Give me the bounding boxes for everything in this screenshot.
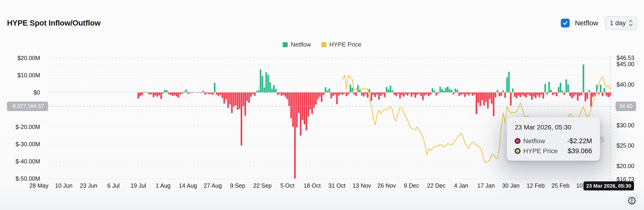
netflow-bar[interactable] — [313, 92, 315, 108]
netflow-bar[interactable] — [145, 92, 147, 92]
netflow-bar[interactable] — [554, 92, 556, 94]
netflow-bar[interactable] — [269, 82, 271, 92]
netflow-price-chart[interactable] — [0, 0, 644, 210]
netflow-bar[interactable] — [195, 92, 196, 92]
netflow-bar[interactable] — [354, 92, 355, 95]
netflow-bar[interactable] — [420, 92, 422, 96]
netflow-bar[interactable] — [430, 92, 432, 95]
netflow-bar[interactable] — [384, 92, 386, 97]
netflow-bar[interactable] — [416, 92, 418, 95]
netflow-bar[interactable] — [170, 92, 172, 95]
netflow-bar[interactable] — [573, 92, 575, 97]
netflow-bar[interactable] — [348, 92, 349, 94]
netflow-bar[interactable] — [258, 90, 260, 92]
netflow-bar[interactable] — [458, 92, 460, 96]
netflow-bar[interactable] — [325, 87, 326, 92]
netflow-bar[interactable] — [202, 91, 204, 92]
netflow-bar[interactable] — [567, 84, 569, 92]
netflow-bar[interactable] — [344, 92, 346, 93]
netflow-bar[interactable] — [440, 87, 441, 92]
netflow-bar[interactable] — [224, 92, 225, 104]
netflow-bar[interactable] — [308, 92, 309, 117]
netflow-bar[interactable] — [397, 92, 399, 94]
netflow-bar[interactable] — [500, 92, 502, 96]
netflow-bar[interactable] — [321, 92, 322, 102]
netflow-bar[interactable] — [323, 92, 324, 95]
netflow-bar[interactable] — [363, 92, 365, 97]
netflow-bar[interactable] — [218, 92, 219, 96]
netflow-bar[interactable] — [527, 92, 529, 95]
netflow-bar[interactable] — [403, 92, 405, 97]
netflow-bar[interactable] — [338, 92, 340, 95]
netflow-bar[interactable] — [237, 92, 238, 110]
netflow-bar[interactable] — [539, 92, 540, 97]
netflow-bar[interactable] — [368, 89, 370, 92]
netflow-bar[interactable] — [497, 90, 498, 92]
netflow-bar[interactable] — [512, 88, 514, 92]
netflow-bar[interactable] — [481, 92, 483, 100]
netflow-bar[interactable] — [523, 92, 525, 96]
netflow-bar[interactable] — [183, 91, 185, 92]
netflow-bar[interactable] — [558, 87, 560, 92]
netflow-bar[interactable] — [166, 90, 168, 92]
netflow-bar[interactable] — [334, 92, 336, 95]
netflow-bar[interactable] — [396, 92, 397, 96]
netflow-bar[interactable] — [550, 90, 552, 92]
netflow-bar[interactable] — [487, 92, 489, 108]
netflow-bar[interactable] — [254, 92, 256, 96]
netflow-bar[interactable] — [288, 92, 290, 106]
netflow-bar[interactable] — [193, 92, 194, 92]
netflow-bar[interactable] — [489, 92, 491, 99]
netflow-bar[interactable] — [182, 92, 183, 94]
netflow-bar[interactable] — [370, 92, 372, 101]
netflow-bar[interactable] — [606, 92, 607, 96]
netflow-bar[interactable] — [608, 92, 609, 97]
netflow-bar[interactable] — [495, 92, 496, 97]
netflow-bar[interactable] — [451, 90, 452, 92]
netflow-bar[interactable] — [231, 92, 233, 113]
netflow-bar[interactable] — [227, 92, 229, 108]
netflow-bar[interactable] — [172, 92, 174, 96]
netflow-bar[interactable] — [577, 92, 578, 101]
netflow-bar[interactable] — [600, 85, 601, 92]
netflow-bar[interactable] — [359, 90, 361, 92]
netflow-bar[interactable] — [310, 92, 311, 110]
netflow-bar[interactable] — [485, 92, 487, 102]
netflow-bar[interactable] — [332, 92, 334, 96]
netflow-bar[interactable] — [208, 92, 210, 94]
netflow-bar[interactable] — [569, 92, 571, 96]
netflow-bar[interactable] — [151, 92, 152, 94]
netflow-bar[interactable] — [456, 90, 458, 92]
netflow-bar[interactable] — [409, 92, 410, 94]
netflow-bar[interactable] — [422, 92, 424, 100]
netflow-bar[interactable] — [483, 92, 485, 105]
netflow-bar[interactable] — [498, 92, 500, 96]
netflow-bar[interactable] — [454, 89, 456, 92]
netflow-bar[interactable] — [149, 92, 150, 95]
netflow-bar[interactable] — [284, 92, 286, 97]
netflow-bar[interactable] — [508, 72, 510, 92]
netflow-bar[interactable] — [443, 91, 445, 92]
netflow-bar[interactable] — [436, 92, 437, 95]
netflow-bar[interactable] — [248, 92, 250, 103]
netflow-bar[interactable] — [537, 92, 538, 95]
netflow-bar[interactable] — [586, 92, 588, 99]
netflow-bar[interactable] — [468, 92, 470, 95]
netflow-bar[interactable] — [472, 92, 474, 96]
netflow-bar[interactable] — [380, 92, 382, 96]
netflow-bar[interactable] — [156, 92, 158, 97]
netflow-bar[interactable] — [268, 75, 269, 93]
netflow-bar[interactable] — [153, 92, 154, 97]
netflow-bar[interactable] — [298, 92, 300, 113]
netflow-bar[interactable] — [510, 92, 512, 105]
netflow-bar[interactable] — [562, 91, 563, 92]
netflow-bar[interactable] — [176, 92, 177, 96]
netflow-bar[interactable] — [602, 92, 604, 96]
netflow-bar[interactable] — [571, 92, 573, 98]
netflow-bar[interactable] — [361, 92, 362, 95]
netflow-bar[interactable] — [544, 84, 546, 92]
netflow-bar[interactable] — [426, 92, 428, 94]
netflow-bar[interactable] — [294, 92, 296, 179]
netflow-bar[interactable] — [315, 92, 317, 105]
netflow-bar[interactable] — [526, 92, 527, 98]
